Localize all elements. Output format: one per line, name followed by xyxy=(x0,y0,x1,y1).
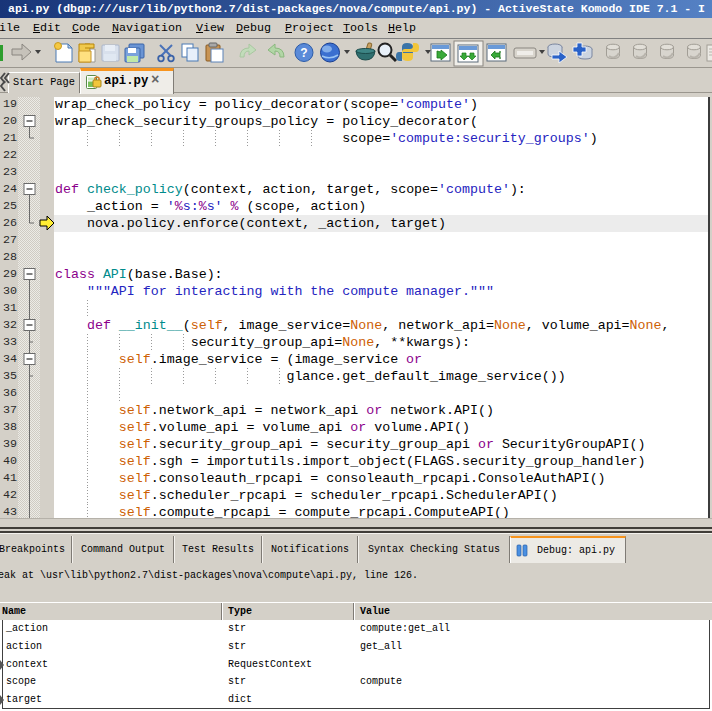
svg-text:?: ? xyxy=(300,46,307,60)
